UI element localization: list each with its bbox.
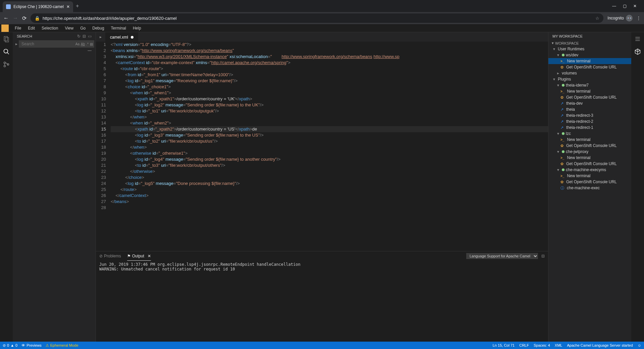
incognito-badge: Incognito 👓 — [607, 15, 633, 21]
maximize-icon[interactable]: ▢ — [623, 4, 627, 8]
eol-status[interactable]: CRLF — [519, 343, 529, 347]
ws-tree-row[interactable]: ↗theia-dev — [548, 100, 631, 106]
case-icon[interactable]: Aa — [75, 42, 79, 46]
menu-debug[interactable]: Debug — [89, 26, 107, 31]
ws-tree-row[interactable]: ▾lzc — [548, 131, 631, 137]
lsp-status[interactable]: Apache Camel Language Server started — [567, 343, 633, 347]
problems-tab[interactable]: ⊘Problems — [99, 251, 121, 261]
menu-terminal[interactable]: Terminal — [108, 26, 129, 31]
ws-tree-row[interactable]: ▾ws/dev — [548, 52, 631, 58]
right-activity-bar — [631, 32, 644, 342]
lock-icon: 🔒 — [35, 16, 40, 21]
menu-help[interactable]: Help — [129, 26, 145, 31]
search-sidebar: SEARCH ↻ ⊟ ▭ ▸ Aa Ab .* ▤ — [13, 32, 96, 342]
cube-icon[interactable] — [634, 48, 642, 56]
clear-icon[interactable]: ▭ — [88, 34, 92, 39]
volumes-row[interactable]: ▸volumes — [548, 70, 631, 76]
user-runtimes-row[interactable]: ▾User Runtimes — [548, 46, 631, 52]
ws-tree-row[interactable]: ↗theia-redirect-3 — [548, 112, 631, 118]
ws-tree-row[interactable]: ✿Get OpenShift Console URL — [548, 143, 631, 149]
svg-line-3 — [7, 53, 9, 54]
ws-tree-row[interactable]: ✿Get OpenShift Console URL — [548, 64, 631, 70]
svg-rect-1 — [5, 38, 9, 42]
menu-file[interactable]: File — [11, 26, 24, 31]
ws-tree-row[interactable]: ⓘche-machine-exec — [548, 185, 631, 191]
chevron-down-icon[interactable]: ▾ — [552, 41, 554, 45]
menu-selection[interactable]: Selection — [38, 26, 61, 31]
language-status[interactable]: XML — [555, 343, 562, 347]
explorer-icon[interactable] — [2, 35, 10, 43]
che-logo-icon — [1, 24, 9, 32]
menu-go[interactable]: Go — [77, 26, 89, 31]
menubar: FileEditSelectionViewGoDebugTerminalHelp — [0, 24, 644, 32]
clear-output-icon[interactable]: ⊟ — [541, 254, 545, 258]
menu-view[interactable]: View — [61, 26, 77, 31]
ws-tree-row[interactable]: ↗theia-redirect-2 — [548, 118, 631, 124]
tab-title: Eclipse Che | 190620-camel — [13, 4, 64, 9]
chevron-right-icon[interactable]: ▸ — [15, 42, 17, 46]
ws-tree-row[interactable]: ↗theia-redirect-1 — [548, 124, 631, 131]
feedback-icon[interactable]: ☺ — [638, 343, 641, 347]
regex-icon[interactable]: .* — [86, 42, 89, 46]
plugins-row[interactable]: ▾Plugins — [548, 76, 631, 82]
new-tab-button[interactable]: + — [76, 3, 79, 9]
ws-tree-row[interactable]: >_New terminal — [548, 88, 631, 94]
ws-tree-row[interactable]: ✿Get OpenShift Console URL — [548, 94, 631, 100]
ws-tree-row[interactable]: ▾che-jwtproxy — [548, 149, 631, 155]
ws-tree-row[interactable]: >_New terminal — [548, 137, 631, 143]
output-tab[interactable]: ⚑Output✕ — [127, 251, 151, 261]
minimize-icon[interactable]: — — [612, 4, 616, 8]
back-button[interactable]: ← — [3, 15, 9, 21]
tab-filename: camel.xml — [110, 35, 128, 40]
list-icon[interactable] — [634, 35, 642, 43]
output-channel-select[interactable]: Language Support for Apache Camel — [466, 253, 538, 259]
svg-point-5 — [4, 65, 6, 67]
output-content[interactable]: Jun 20, 2019 1:37:46 PM org.eclipse.lsp4… — [96, 261, 548, 342]
indent-status[interactable]: Spaces: 4 — [534, 343, 550, 347]
book-icon[interactable]: ▤ — [90, 42, 93, 46]
ws-tree-row[interactable]: ✿Get OpenShift Console URL — [548, 179, 631, 185]
code-editor[interactable]: 1234567891011121314151617181920212223242… — [96, 42, 548, 251]
cursor-position[interactable]: Ln 15, Col 71 — [493, 343, 515, 347]
sidebar-title: SEARCH — [17, 34, 32, 38]
incognito-icon: 👓 — [626, 15, 633, 21]
ws-tree-row[interactable]: >_New terminal — [548, 155, 631, 161]
search-icon[interactable] — [2, 48, 10, 56]
svg-point-2 — [4, 49, 8, 53]
ws-tree-row[interactable]: >_New terminal — [548, 58, 631, 64]
previews-status[interactable]: 👁 Previews — [21, 343, 42, 347]
ws-tree-row[interactable]: >_New terminal — [548, 173, 631, 179]
url-bar[interactable]: 🔒 https://che.openshift.io/dashboard/#/i… — [31, 13, 603, 23]
errors-status[interactable]: ⊘0 ▲0 — [3, 343, 17, 348]
refresh-icon[interactable]: ↻ — [77, 34, 80, 39]
menu-edit[interactable]: Edit — [24, 26, 38, 31]
reload-button[interactable]: ⟳ — [22, 15, 26, 21]
ws-tree-row[interactable]: ✿Get OpenShift Console URL — [548, 161, 631, 167]
svg-point-4 — [4, 62, 6, 64]
scm-icon[interactable] — [2, 60, 10, 68]
star-icon[interactable]: ☆ — [595, 16, 599, 21]
status-bar: ⊘0 ▲0 👁 Previews ⚠ Ephemeral Mode Ln 15,… — [0, 342, 644, 349]
dirty-indicator-icon — [131, 36, 133, 39]
browser-menu-button[interactable]: ⋮ — [637, 16, 641, 20]
workspace-title: MY WORKSPACE — [548, 32, 631, 40]
toggle-details-button[interactable]: ⋯ — [13, 48, 96, 54]
browser-tab[interactable]: Eclipse Che | 190620-camel ✕ — [3, 1, 73, 12]
svg-rect-0 — [4, 37, 7, 41]
word-icon[interactable]: Ab — [81, 42, 85, 46]
ws-tree-row[interactable]: ↗theia — [548, 106, 631, 112]
forward-button[interactable]: → — [13, 15, 18, 21]
editor-tab[interactable]: camel.xml — [105, 32, 138, 42]
workspace-section: ▾WORKSPACE — [548, 40, 631, 46]
url-text: https://che.openshift.io/dashboard/#/ide… — [43, 16, 177, 21]
workspace-panel: MY WORKSPACE ▾WORKSPACE ▾User Runtimes ▾… — [548, 32, 631, 342]
close-window-icon[interactable]: ✕ — [633, 4, 637, 8]
ws-tree-row[interactable]: ▾theia-idenw7 — [548, 82, 631, 88]
collapse-icon[interactable]: ⊟ — [83, 34, 86, 39]
ws-tree-row[interactable]: ▾che-machine-execyms — [548, 167, 631, 173]
window-controls: — ▢ ✕ — [612, 4, 641, 8]
ephemeral-status[interactable]: ⚠ Ephemeral Mode — [46, 343, 78, 348]
activity-bar — [0, 32, 13, 342]
close-icon[interactable]: ✕ — [148, 254, 151, 258]
close-icon[interactable]: ✕ — [66, 4, 70, 9]
